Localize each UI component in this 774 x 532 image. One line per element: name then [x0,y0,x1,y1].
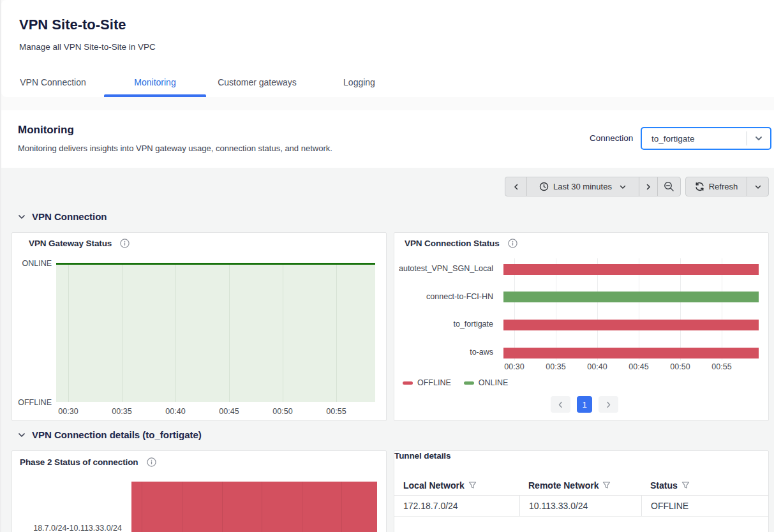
column-header-remote-network: Remote Network [519,475,641,495]
column-header-local-network: Local Network [394,475,519,495]
time-back-button[interactable] [505,177,526,196]
pagination-page-1[interactable]: 1 [577,396,592,413]
gridline [182,482,182,532]
section-vpn-connection-details[interactable]: VPN Connection details (to_fortigate) [18,429,202,440]
monitoring-description: Monitoring delivers insights into VPN ga… [18,144,332,153]
bar-category-label: to-aws [394,348,493,357]
info-icon[interactable] [508,239,517,248]
offline-dash-icon [403,381,413,385]
active-tab-underline [104,94,206,97]
monitoring-title: Monitoring [18,124,74,137]
legend-offline[interactable]: OFFLINE [403,378,451,387]
gridline [175,265,176,402]
chevron-down-icon [18,431,26,439]
bar-category-label: to_fortigate [394,320,493,329]
chevron-down-icon [18,213,26,221]
vpn-site-to-site-page: VPN Site-to-Site Manage all VPN Site-to-… [1,0,774,532]
x-tick-label: 00:30 [53,407,84,416]
refresh-icon [695,182,704,191]
clock-icon [539,182,549,191]
chevron-down-icon[interactable] [747,134,770,143]
bar-category-label: autotest_VPN_SGN_Local [394,264,493,273]
status-bar-offline [503,320,759,330]
tab-logging[interactable]: Logging [308,68,410,97]
gridline [336,265,337,402]
x-tick-label: 00:55 [321,407,352,416]
monitoring-header-band: Monitoring Monitoring delivers insights … [1,110,774,168]
x-tick-label: 00:35 [540,362,571,371]
chevron-down-icon [754,183,762,191]
refresh-label: Refresh [709,182,738,191]
zoom-out-icon [664,181,674,192]
x-tick-label: 00:40 [160,407,191,416]
phase2-category-label: 18.7.0/24-10.113.33.0/24 [16,524,122,532]
page-subtitle: Manage all VPN Site-to-Site in VPC [19,42,156,52]
x-tick-label: 00:30 [499,362,530,371]
chart-title: VPN Connection Status [405,239,500,248]
chart-pagination: 1 [551,396,618,413]
chevron-down-icon [619,183,627,191]
gateway-status-area-chart [56,263,375,402]
x-tick-label: 00:35 [107,407,137,416]
info-icon[interactable] [120,239,130,248]
time-range-label: Last 30 minutes [553,182,612,191]
page-title: VPN Site-to-Site [19,17,126,33]
gridline [262,482,262,532]
bar-category-label: connect-to-FCI-HN [394,292,493,301]
cell-status: OFFLINE [641,496,766,516]
filter-icon [468,481,477,489]
gridline [302,482,302,532]
zoom-out-button[interactable] [657,177,680,196]
tab-bar: VPN Connection Monitoring Customer gatew… [2,68,410,97]
x-tick-label: 00:45 [214,407,244,416]
vpn-gateway-status-card: VPN Gateway Status ONLINE OFFLINE 00:300… [11,232,387,421]
tunnel-table: Local Network Remote Network Status 172.… [394,475,768,517]
y-label-offline: OFFLINE [13,398,52,407]
refresh-toolbar: Refresh [685,177,769,196]
table-row: 172.18.7.0/24 10.113.33.0/24 OFFLINE [394,496,768,517]
section-vpn-connection[interactable]: VPN Connection [18,211,107,222]
x-tick-label: 00:50 [267,407,298,416]
chart-title: VPN Gateway Status [29,239,112,248]
chart-title: Phase 2 Status of connection [20,457,138,467]
gridline [68,265,69,402]
x-tick-label: 00:45 [623,362,654,371]
x-tick-label: 00:40 [582,362,613,371]
filter-icon [681,481,690,489]
connection-label: Connection [590,133,633,143]
status-bar-offline [503,348,759,358]
tab-vpn-connection[interactable]: VPN Connection [2,68,104,97]
vpn-connection-status-card: VPN Connection Status 00:3000:3500:4000:… [394,232,769,421]
filter-icon [602,481,611,489]
gridline [142,482,142,532]
status-bar-online [503,292,759,302]
online-dash-icon [464,381,474,385]
section-title: VPN Connection [32,211,107,222]
gridline [222,482,223,532]
connection-select[interactable]: to_fortigate [641,127,771,150]
gridline [341,482,342,532]
refresh-button[interactable]: Refresh [686,177,747,196]
info-icon[interactable] [147,457,156,467]
pagination-next-button[interactable] [599,396,618,413]
tunnel-details-card: Tunnel details Local Network Remote Netw… [394,450,769,532]
time-forward-button[interactable] [639,177,657,196]
refresh-interval-dropdown[interactable] [747,177,768,196]
tab-customer-gateways[interactable]: Customer gateways [206,68,308,97]
gridline [229,265,230,402]
time-range-picker-button[interactable]: Last 30 minutes [526,177,639,196]
phase2-status-card: Phase 2 Status of connection 18.7.0/24-1… [11,450,387,532]
time-range-toolbar: Last 30 minutes [505,177,681,196]
x-tick-label: 00:55 [706,362,737,371]
cell-local-network: 172.18.7.0/24 [394,496,519,516]
pagination-prev-button[interactable] [551,396,570,413]
gridline [283,265,283,402]
phase2-status-bar [131,482,377,532]
status-bar-offline [503,264,759,275]
gridline [122,265,123,402]
y-label-online: ONLINE [13,259,52,268]
section-title: VPN Connection details (to_fortigate) [32,429,202,440]
tab-monitoring[interactable]: Monitoring [104,68,206,97]
monitoring-content: Last 30 minutes Refresh VPN Connection [1,168,774,532]
legend-online[interactable]: ONLINE [464,378,509,387]
